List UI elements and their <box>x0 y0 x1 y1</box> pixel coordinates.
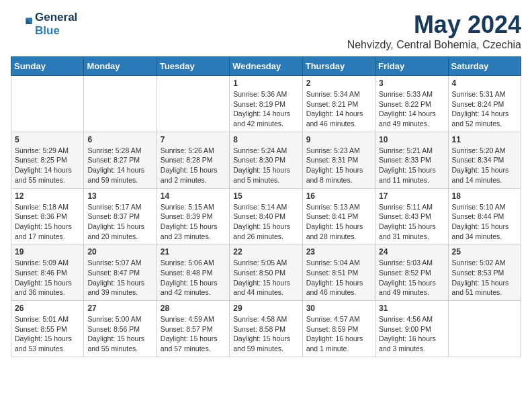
day-info: Sunrise: 5:13 AM Sunset: 8:41 PM Dayligh… <box>306 202 371 242</box>
calendar-cell: 4Sunrise: 5:31 AM Sunset: 8:24 PM Daylig… <box>448 76 521 132</box>
day-number: 7 <box>161 135 226 144</box>
calendar-cell: 1Sunrise: 5:36 AM Sunset: 8:19 PM Daylig… <box>230 76 302 132</box>
calendar-cell: 29Sunrise: 4:58 AM Sunset: 8:58 PM Dayli… <box>230 301 302 357</box>
calendar-cell: 14Sunrise: 5:15 AM Sunset: 8:39 PM Dayli… <box>157 188 229 244</box>
day-number: 26 <box>15 304 80 313</box>
calendar-cell: 12Sunrise: 5:18 AM Sunset: 8:36 PM Dayli… <box>11 188 84 244</box>
calendar-cell: 19Sunrise: 5:09 AM Sunset: 8:46 PM Dayli… <box>11 244 84 301</box>
day-header-sunday: Sunday <box>11 57 84 76</box>
day-number: 25 <box>452 247 517 257</box>
calendar-cell: 3Sunrise: 5:33 AM Sunset: 8:22 PM Daylig… <box>375 76 448 132</box>
day-info: Sunrise: 5:21 AM Sunset: 8:33 PM Dayligh… <box>379 146 444 185</box>
calendar-cell: 7Sunrise: 5:26 AM Sunset: 8:28 PM Daylig… <box>157 132 229 188</box>
day-info: Sunrise: 5:29 AM Sunset: 8:25 PM Dayligh… <box>15 146 80 185</box>
calendar-cell: 11Sunrise: 5:20 AM Sunset: 8:34 PM Dayli… <box>448 132 521 188</box>
day-info: Sunrise: 4:58 AM Sunset: 8:58 PM Dayligh… <box>233 314 298 354</box>
calendar-cell <box>84 76 157 132</box>
calendar-cell: 10Sunrise: 5:21 AM Sunset: 8:33 PM Dayli… <box>375 132 448 188</box>
day-info: Sunrise: 5:07 AM Sunset: 8:47 PM Dayligh… <box>87 258 152 298</box>
calendar-week-1: 1Sunrise: 5:36 AM Sunset: 8:19 PM Daylig… <box>11 76 521 132</box>
day-number: 12 <box>15 191 80 201</box>
calendar-cell: 9Sunrise: 5:23 AM Sunset: 8:31 PM Daylig… <box>302 132 375 188</box>
day-info: Sunrise: 4:59 AM Sunset: 8:57 PM Dayligh… <box>161 314 226 354</box>
calendar-cell: 20Sunrise: 5:07 AM Sunset: 8:47 PM Dayli… <box>84 244 157 301</box>
day-number: 22 <box>233 247 298 257</box>
day-info: Sunrise: 5:03 AM Sunset: 8:52 PM Dayligh… <box>379 258 444 298</box>
day-number: 31 <box>379 304 444 313</box>
calendar-header-row: SundayMondayTuesdayWednesdayThursdayFrid… <box>11 57 521 76</box>
day-info: Sunrise: 5:00 AM Sunset: 8:56 PM Dayligh… <box>87 314 152 354</box>
day-info: Sunrise: 5:18 AM Sunset: 8:36 PM Dayligh… <box>15 202 80 242</box>
calendar-cell: 18Sunrise: 5:10 AM Sunset: 8:44 PM Dayli… <box>448 188 521 244</box>
day-number: 16 <box>306 191 371 201</box>
day-number: 6 <box>87 135 152 144</box>
calendar-week-4: 19Sunrise: 5:09 AM Sunset: 8:46 PM Dayli… <box>11 244 521 301</box>
day-info: Sunrise: 5:33 AM Sunset: 8:22 PM Dayligh… <box>379 89 444 129</box>
day-header-saturday: Saturday <box>448 57 521 76</box>
calendar-cell: 23Sunrise: 5:04 AM Sunset: 8:51 PM Dayli… <box>302 244 375 301</box>
day-number: 23 <box>306 247 371 257</box>
calendar-cell <box>11 76 84 132</box>
calendar-cell: 13Sunrise: 5:17 AM Sunset: 8:37 PM Dayli… <box>84 188 157 244</box>
day-info: Sunrise: 5:06 AM Sunset: 8:48 PM Dayligh… <box>161 258 226 298</box>
calendar-cell: 15Sunrise: 5:14 AM Sunset: 8:40 PM Dayli… <box>230 188 302 244</box>
day-number: 5 <box>15 135 80 144</box>
day-info: Sunrise: 5:28 AM Sunset: 8:27 PM Dayligh… <box>87 146 152 185</box>
calendar-cell: 25Sunrise: 5:02 AM Sunset: 8:53 PM Dayli… <box>448 244 521 301</box>
day-number: 18 <box>452 191 517 201</box>
day-info: Sunrise: 5:05 AM Sunset: 8:50 PM Dayligh… <box>233 258 298 298</box>
calendar-cell: 27Sunrise: 5:00 AM Sunset: 8:56 PM Dayli… <box>84 301 157 357</box>
day-info: Sunrise: 4:56 AM Sunset: 9:00 PM Dayligh… <box>379 314 444 354</box>
calendar-week-5: 26Sunrise: 5:01 AM Sunset: 8:55 PM Dayli… <box>11 301 521 357</box>
day-number: 3 <box>379 79 444 88</box>
calendar-cell: 8Sunrise: 5:24 AM Sunset: 8:30 PM Daylig… <box>230 132 302 188</box>
day-number: 27 <box>87 304 152 313</box>
calendar-cell: 17Sunrise: 5:11 AM Sunset: 8:43 PM Dayli… <box>375 188 448 244</box>
day-number: 19 <box>15 247 80 257</box>
calendar-cell: 26Sunrise: 5:01 AM Sunset: 8:55 PM Dayli… <box>11 301 84 357</box>
calendar-cell: 16Sunrise: 5:13 AM Sunset: 8:41 PM Dayli… <box>302 188 375 244</box>
title-block: May 2024 Nehvizdy, Central Bohemia, Czec… <box>347 11 521 51</box>
day-info: Sunrise: 5:17 AM Sunset: 8:37 PM Dayligh… <box>87 202 152 242</box>
location-title: Nehvizdy, Central Bohemia, Czechia <box>347 39 521 51</box>
day-number: 1 <box>233 79 298 88</box>
day-header-thursday: Thursday <box>302 57 375 76</box>
month-title: May 2024 <box>347 11 521 39</box>
calendar-cell <box>157 76 229 132</box>
day-info: Sunrise: 5:31 AM Sunset: 8:24 PM Dayligh… <box>452 89 517 129</box>
day-number: 21 <box>161 247 226 257</box>
calendar-cell: 30Sunrise: 4:57 AM Sunset: 8:59 PM Dayli… <box>302 301 375 357</box>
day-info: Sunrise: 5:04 AM Sunset: 8:51 PM Dayligh… <box>306 258 371 298</box>
day-number: 11 <box>452 135 517 144</box>
day-header-wednesday: Wednesday <box>230 57 302 76</box>
day-number: 14 <box>161 191 226 201</box>
day-number: 29 <box>233 304 298 313</box>
day-number: 15 <box>233 191 298 201</box>
calendar-table: SundayMondayTuesdayWednesdayThursdayFrid… <box>11 56 521 357</box>
day-number: 13 <box>87 191 152 201</box>
calendar-cell: 5Sunrise: 5:29 AM Sunset: 8:25 PM Daylig… <box>11 132 84 188</box>
day-info: Sunrise: 5:20 AM Sunset: 8:34 PM Dayligh… <box>452 146 517 185</box>
logo-text: General Blue <box>35 11 77 38</box>
day-info: Sunrise: 5:26 AM Sunset: 8:28 PM Dayligh… <box>161 146 226 185</box>
day-number: 9 <box>306 135 371 144</box>
calendar-cell: 2Sunrise: 5:34 AM Sunset: 8:21 PM Daylig… <box>302 76 375 132</box>
day-info: Sunrise: 5:10 AM Sunset: 8:44 PM Dayligh… <box>452 202 517 242</box>
day-number: 30 <box>306 304 371 313</box>
day-number: 20 <box>87 247 152 257</box>
calendar-week-3: 12Sunrise: 5:18 AM Sunset: 8:36 PM Dayli… <box>11 188 521 244</box>
day-info: Sunrise: 5:02 AM Sunset: 8:53 PM Dayligh… <box>452 258 517 298</box>
day-header-monday: Monday <box>84 57 157 76</box>
day-info: Sunrise: 5:36 AM Sunset: 8:19 PM Dayligh… <box>233 89 298 129</box>
day-info: Sunrise: 5:14 AM Sunset: 8:40 PM Dayligh… <box>233 202 298 242</box>
calendar-cell: 22Sunrise: 5:05 AM Sunset: 8:50 PM Dayli… <box>230 244 302 301</box>
day-number: 17 <box>379 191 444 201</box>
calendar-week-2: 5Sunrise: 5:29 AM Sunset: 8:25 PM Daylig… <box>11 132 521 188</box>
day-info: Sunrise: 5:24 AM Sunset: 8:30 PM Dayligh… <box>233 146 298 185</box>
day-number: 24 <box>379 247 444 257</box>
calendar-cell: 31Sunrise: 4:56 AM Sunset: 9:00 PM Dayli… <box>375 301 448 357</box>
day-info: Sunrise: 5:15 AM Sunset: 8:39 PM Dayligh… <box>161 202 226 242</box>
day-number: 28 <box>161 304 226 313</box>
day-number: 10 <box>379 135 444 144</box>
day-info: Sunrise: 5:01 AM Sunset: 8:55 PM Dayligh… <box>15 314 80 354</box>
